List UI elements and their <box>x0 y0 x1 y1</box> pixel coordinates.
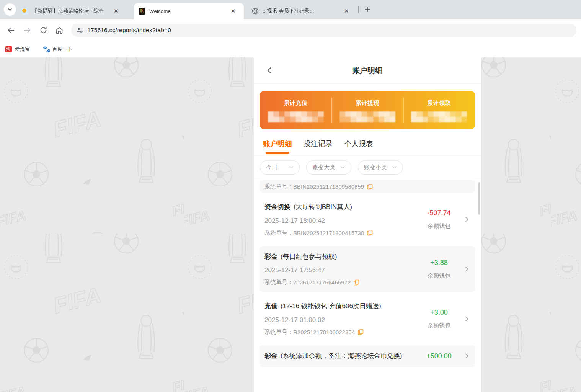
tab-close-icon[interactable]: ✕ <box>230 8 237 15</box>
transaction-order: 系统单号：R202512170100022354 <box>264 328 418 336</box>
transaction-order: 系统单号：BBIN202512171809580859 <box>264 183 418 190</box>
baidu-icon: 🐾 <box>43 46 49 52</box>
transaction-amount-col: +500.00 <box>418 352 460 360</box>
chevron-right-icon[interactable] <box>464 352 470 360</box>
tab-title: :::视讯 会员下注纪录::: <box>263 8 339 15</box>
transaction-row[interactable]: 彩金(每日红包参与领取)2025-12-17 17:56:47系统单号：2025… <box>260 246 475 292</box>
home-button[interactable] <box>53 24 66 37</box>
bookmarks-bar: 爱淘宝🐾百度一下 <box>0 41 581 57</box>
back-button[interactable] <box>5 24 18 37</box>
back-chevron-button[interactable] <box>264 65 274 75</box>
panel-header: 账户明细 <box>254 57 481 84</box>
censored-value <box>268 111 324 122</box>
order-label: 系统单号： <box>264 279 293 286</box>
transaction-amount-col: -507.74余额钱包 <box>418 209 460 230</box>
transaction-type: 充值 <box>264 302 277 310</box>
transaction-list: 系统单号：BBIN202512171809580859资金切换(大厅转到BBIN… <box>254 180 481 392</box>
transaction-info: 彩金(每日红包参与领取)2025-12-17 17:56:47系统单号：2025… <box>264 252 418 286</box>
reload-button[interactable] <box>37 24 50 37</box>
new-tab-button[interactable] <box>362 4 373 15</box>
browser-tab-3[interactable]: :::视讯 会员下注纪录:::✕ <box>247 3 356 19</box>
filter-row: 今日账变大类账变小类 <box>254 155 481 180</box>
transaction-time: 2025-12-17 01:00:02 <box>264 316 418 324</box>
transaction-time: 2025-12-17 17:56:47 <box>264 266 418 274</box>
chevron-right-icon[interactable] <box>464 265 470 273</box>
transaction-title: 充值(12-16 钱能钱包 充值606次日赠送) <box>264 302 418 311</box>
wallet-label: 余额钱包 <box>428 272 450 279</box>
account-detail-panel: 账户明细 累计充值累计提现累计领取 账户明细投注记录个人报表 今日账变大类账变小… <box>254 57 481 392</box>
chevron-down-icon <box>340 165 345 170</box>
amount-value: +3.00 <box>430 309 448 317</box>
url-text[interactable]: 175616.cc/reports/index?tab=0 <box>87 27 171 34</box>
summary-label: 累计领取 <box>427 100 451 107</box>
transaction-title: 资金切换(大厅转到BBIN真人) <box>264 203 418 212</box>
page-title: 账户明细 <box>352 65 383 76</box>
site-settings-icon[interactable] <box>77 27 83 34</box>
forum-favicon-icon <box>21 8 28 15</box>
chevron-right-icon[interactable] <box>464 215 470 224</box>
tab-account-detail[interactable]: 账户明细 <box>263 139 292 155</box>
transaction-order: 系统单号：BBIN202512171800415730 <box>264 229 418 237</box>
tab-close-icon[interactable]: ✕ <box>113 8 119 15</box>
transaction-title: 彩金(每日红包参与领取) <box>264 252 418 262</box>
browser-toolbar: 175616.cc/reports/index?tab=0 <box>0 19 581 41</box>
chevron-right-icon <box>464 215 470 224</box>
tab-title: Welcome <box>149 8 226 14</box>
gold-crest-favicon-icon <box>139 8 145 15</box>
summary-col-1: 累计充值 <box>260 91 331 129</box>
chevron-down-icon <box>340 165 345 170</box>
filter-label: 账变小类 <box>364 164 387 171</box>
transaction-row[interactable]: 系统单号：BBIN202512171809580859 <box>260 180 475 193</box>
order-number: BBIN202512171800415730 <box>293 230 364 236</box>
wallet-label: 余额钱包 <box>428 322 450 329</box>
filter-label: 今日 <box>266 164 277 171</box>
transaction-info: 系统单号：BBIN202512171809580859 <box>264 186 418 190</box>
tab-personal-report[interactable]: 个人报表 <box>344 139 373 155</box>
copy-icon[interactable] <box>367 230 373 236</box>
address-bar[interactable]: 175616.cc/reports/index?tab=0 <box>71 24 576 37</box>
section-tabs: 账户明细投注记录个人报表 <box>254 129 481 155</box>
plus-icon <box>364 7 370 13</box>
amount-value: +500.00 <box>426 352 452 360</box>
forward-button[interactable] <box>21 24 34 37</box>
chevron-down-icon <box>392 165 397 170</box>
chevron-right-icon[interactable] <box>464 315 470 323</box>
transaction-info: 充值(12-16 钱能钱包 充值606次日赠送)2025-12-17 01:00… <box>264 302 418 336</box>
chevron-down-icon <box>289 165 294 170</box>
transaction-info: 资金切换(大厅转到BBIN真人)2025-12-17 18:00:42系统单号：… <box>264 203 418 237</box>
transaction-note: (12-16 钱能钱包 充值606次日赠送) <box>281 302 381 310</box>
transaction-type: 资金切换 <box>264 203 290 211</box>
copy-icon[interactable] <box>367 184 373 190</box>
tab-bet-records[interactable]: 投注记录 <box>304 139 333 155</box>
copy-icon[interactable] <box>358 329 364 335</box>
transaction-info: 彩金(系统添加余额，备注：海燕论坛金币兑换) <box>264 351 418 361</box>
bookmark-2[interactable]: 🐾百度一下 <box>43 46 72 53</box>
summary-label: 累计提现 <box>356 100 379 107</box>
filter-dropdown-3[interactable]: 账变小类 <box>358 160 403 175</box>
summary-col-3: 累计领取 <box>403 91 475 129</box>
transaction-row[interactable]: 资金切换(大厅转到BBIN真人)2025-12-17 18:00:42系统单号：… <box>254 196 481 243</box>
transaction-amount-col: +3.88余额钱包 <box>418 259 460 279</box>
transaction-row[interactable]: 充值(12-16 钱能钱包 充值606次日赠送)2025-12-17 01:00… <box>254 296 481 342</box>
reload-icon <box>39 26 47 34</box>
transaction-row[interactable]: 彩金(系统添加余额，备注：海燕论坛金币兑换)+500.00 <box>260 345 475 367</box>
tab-divider <box>358 6 359 13</box>
browser-tab-2[interactable]: Welcome✕ <box>134 3 244 19</box>
chevron-right-icon <box>464 265 470 273</box>
bookmark-1[interactable]: 爱淘宝 <box>5 46 30 53</box>
filter-label: 账变大类 <box>312 164 335 171</box>
transaction-order: 系统单号：202512171756465972 <box>264 279 418 286</box>
order-label: 系统单号： <box>264 183 293 190</box>
copy-icon[interactable] <box>354 279 359 286</box>
tab-search-button[interactable] <box>4 3 16 16</box>
censored-value <box>339 111 395 122</box>
transaction-amount-col: +3.00余额钱包 <box>418 309 460 329</box>
tab-close-icon[interactable]: ✕ <box>343 8 350 15</box>
filter-dropdown-1[interactable]: 今日 <box>260 160 300 175</box>
summary-label: 累计充值 <box>284 100 308 107</box>
chevron-down-icon <box>289 165 294 170</box>
order-label: 系统单号： <box>264 229 293 237</box>
taobao-icon <box>5 46 12 52</box>
filter-dropdown-2[interactable]: 账变大类 <box>306 160 351 175</box>
browser-tab-1[interactable]: 【新提醒】海燕策略论坛 - 综合✕ <box>17 3 130 19</box>
